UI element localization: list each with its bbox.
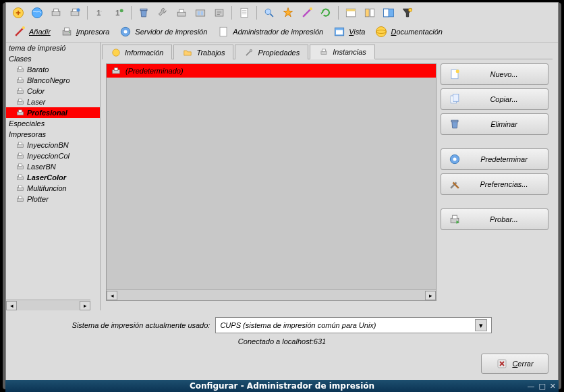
toolbar-num1-icon[interactable]: 1-	[92, 5, 108, 21]
svg-rect-13	[196, 10, 204, 16]
delete-button[interactable]: Eliminar	[441, 113, 548, 135]
svg-rect-69	[453, 94, 459, 102]
scroll-right-icon[interactable]: ▸	[80, 301, 90, 310]
svg-rect-59	[19, 196, 22, 199]
menubar: Añadir Impresora Servidor de impresión A…	[6, 23, 558, 42]
maximize-icon[interactable]: □	[538, 382, 545, 391]
svg-rect-65	[114, 67, 117, 70]
toolbar-view1-icon[interactable]	[343, 5, 359, 21]
copy-button[interactable]: Copiar...	[441, 88, 548, 110]
svg-rect-33	[220, 27, 227, 36]
tab-instances[interactable]: Instancias	[310, 45, 375, 59]
preferences-button[interactable]: Preferencias...	[441, 173, 548, 195]
button-label: Predeterminar	[467, 155, 541, 163]
svg-point-19	[310, 7, 312, 10]
svg-rect-5	[73, 9, 78, 11]
scroll-left-icon[interactable]: ◂	[107, 291, 117, 300]
sidebar-item-label: InyeccionBN	[27, 141, 69, 149]
printer-icon	[16, 98, 25, 106]
doc-icon	[217, 25, 230, 38]
system-dropdown[interactable]: CUPS (sistema de impresión común para Un…	[215, 317, 492, 333]
scroll-left-icon[interactable]: ◂	[6, 301, 17, 310]
menu-docs[interactable]: Documentación	[370, 24, 446, 39]
toolbar-refresh-icon[interactable]	[318, 5, 334, 21]
tab-properties[interactable]: Propiedades	[235, 45, 308, 59]
toolbar-printer1-icon[interactable]	[48, 5, 64, 21]
scroll-right-icon[interactable]: ▸	[425, 291, 436, 300]
svg-point-18	[265, 9, 271, 14]
tab-label: Propiedades	[258, 49, 300, 57]
svg-rect-55	[19, 175, 22, 177]
toolbar-tool4-icon[interactable]	[192, 5, 208, 21]
sidebar-item-lasercolor[interactable]: LaserColor	[6, 172, 100, 183]
toolbar-printer2-icon[interactable]	[67, 5, 83, 21]
toolbar-tool5-icon[interactable]	[211, 5, 227, 21]
menu-admin[interactable]: Administrador de impresión	[213, 24, 327, 39]
new-button[interactable]: Nuevo...	[441, 63, 548, 85]
toolbar-wrench-icon[interactable]	[154, 5, 171, 21]
svg-rect-3	[54, 9, 59, 11]
sidebar-item-laserbn[interactable]: LaserBN	[6, 161, 100, 172]
sidebar-item-plotter[interactable]: Plotter	[6, 194, 100, 204]
toolbar-trash-icon[interactable]	[136, 5, 152, 21]
close-label: errar	[517, 360, 533, 368]
sidebar-group-classes[interactable]: Clases	[6, 53, 100, 64]
toolbar-num1b-icon[interactable]: 1	[111, 5, 127, 21]
sidebar-item-label: Laser	[27, 98, 46, 106]
toolbar-globe-icon[interactable]	[29, 5, 45, 21]
tab-label: Instancias	[333, 48, 366, 56]
sidebar-item-profesional[interactable]: Profesional	[6, 107, 100, 118]
test-button[interactable]: Probar...	[441, 208, 548, 230]
sidebar: tema de impresió Clases Barato BlancoNeg…	[6, 43, 101, 310]
sidebar-item-laser[interactable]: Laser	[6, 96, 100, 107]
list-item-default[interactable]: (Predeterminado)	[107, 64, 436, 78]
sidebar-group-printers[interactable]: Impresoras	[6, 129, 100, 140]
sidebar-group-specials[interactable]: Especiales	[6, 118, 100, 129]
chevron-down-icon[interactable]: ▾	[475, 319, 487, 331]
printer-icon	[16, 184, 25, 192]
toolbar-add-icon[interactable]	[10, 5, 26, 21]
svg-point-72	[453, 158, 457, 161]
toolbar-filter-icon[interactable]	[399, 5, 416, 21]
sidebar-item-blanconegro[interactable]: BlancoNegro	[6, 75, 100, 86]
minimize-icon[interactable]: —	[527, 382, 534, 391]
sidebar-item-color[interactable]: Color	[6, 86, 100, 96]
toolbar-star-icon[interactable]	[280, 5, 296, 21]
svg-rect-11	[140, 9, 147, 11]
svg-rect-70	[451, 120, 458, 122]
svg-point-36	[376, 27, 387, 37]
svg-rect-74	[453, 215, 457, 219]
sidebar-item-label: Color	[27, 87, 45, 95]
close-window-icon[interactable]: ✕	[550, 382, 556, 391]
menu-server-label: Servidor de impresión	[135, 28, 207, 36]
toolbar-view2-icon[interactable]	[362, 5, 378, 21]
sidebar-item-inyeccionbn[interactable]: InyeccionBN	[6, 140, 100, 150]
sidebar-item-barato[interactable]: Barato	[6, 64, 100, 75]
window-titlebar: Configurar - Administrador de impresión …	[5, 380, 559, 392]
setdefault-button[interactable]: Predeterminar	[441, 148, 548, 170]
toolbar-doc-icon[interactable]	[236, 5, 252, 21]
tab-information[interactable]: Información	[102, 45, 172, 59]
sidebar-item-multifuncion[interactable]: Multifuncion	[6, 183, 100, 194]
menu-server[interactable]: Servidor de impresión	[115, 24, 211, 39]
button-label: Preferencias...	[467, 180, 541, 188]
sidebar-item-inyeccioncol[interactable]: InyeccionCol	[6, 150, 100, 161]
system-value: CUPS (sistema de impresión común para Un…	[220, 321, 376, 329]
svg-rect-21	[346, 9, 355, 11]
listing-hscroll[interactable]: ◂ ▸	[107, 289, 436, 300]
toolbar-tool3-icon[interactable]	[173, 5, 190, 21]
wand-icon	[13, 25, 26, 38]
tab-jobs[interactable]: Trabajos	[173, 45, 233, 59]
svg-point-26	[409, 8, 412, 11]
toolbar-wand-icon[interactable]	[299, 5, 315, 21]
instance-list: (Predeterminado) ◂ ▸	[106, 63, 436, 301]
menu-view[interactable]: Vista	[329, 24, 369, 39]
svg-rect-63	[322, 49, 326, 52]
toolbar-view3-icon[interactable]	[380, 5, 397, 21]
menu-add-label: Añadir	[29, 28, 51, 36]
menu-add[interactable]: Añadir	[9, 24, 55, 39]
toolbar-search-icon[interactable]	[261, 5, 277, 21]
close-button[interactable]: Cerrar	[481, 354, 548, 374]
sidebar-hscroll[interactable]: ◂ ▸	[6, 300, 90, 310]
menu-printer[interactable]: Impresora	[56, 24, 114, 39]
